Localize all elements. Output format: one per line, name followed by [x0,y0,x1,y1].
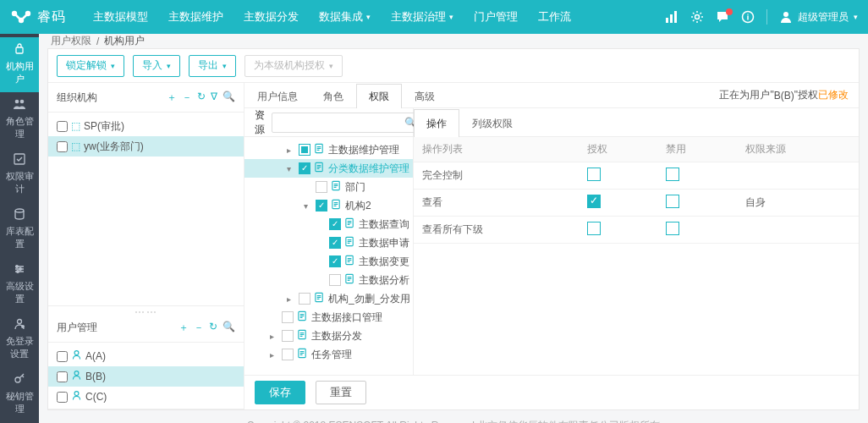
rail-item[interactable]: 高级设置 [0,257,39,312]
top-menu-item[interactable]: 主数据模型 [83,0,158,34]
refresh-icon[interactable]: ↻ [197,91,206,105]
checkbox[interactable] [299,293,310,305]
checkbox[interactable] [57,141,68,152]
deny-checkbox[interactable] [666,168,679,181]
info-icon[interactable] [741,10,755,24]
right-tab[interactable]: 权限 [356,84,402,108]
checkbox[interactable] [282,330,294,342]
rail-item[interactable]: 角色管理 [0,92,39,147]
resource-item[interactable]: 主数据查询 [244,215,413,233]
gear-icon[interactable] [690,10,704,24]
checkbox[interactable] [329,274,341,286]
lock-unlock-button[interactable]: 锁定解锁▾ [57,55,124,77]
resource-item[interactable]: ▸机构_勿删_分发用 [244,289,413,308]
user-item[interactable]: C(C) [48,387,244,407]
export-button[interactable]: 导出▾ [189,55,236,77]
checkbox[interactable] [329,237,341,249]
search-icon[interactable]: 🔍 [222,321,235,335]
org-item[interactable]: ⬚SP(审批) [48,116,244,136]
checkbox[interactable] [329,255,341,267]
top-menu-item[interactable]: 主数据分发 [233,0,309,34]
resource-item[interactable]: ▸任务管理 [244,345,413,364]
refresh-icon[interactable]: ↻ [209,321,217,335]
auth-checkbox[interactable] [587,168,601,181]
rail-item[interactable]: 权限审计 [0,147,39,202]
body: 组织机构 ＋ － ↻ ∇ 🔍 ⬚SP(审批)⬚yw(业务部门) ⋯⋯ 用户管理 [48,83,859,409]
op-tab[interactable]: 操作 [414,109,459,137]
user-item[interactable]: A(A) [48,346,244,366]
chat-icon[interactable] [716,10,729,24]
resource-item[interactable]: 主数据接口管理 [244,308,413,327]
chart-icon[interactable] [665,10,678,24]
rail-item[interactable]: 库表配置 [0,202,39,257]
checkbox[interactable] [57,371,68,382]
caret-icon[interactable]: ▸ [270,350,278,360]
caret-icon[interactable]: ▸ [270,332,278,341]
rail-item[interactable]: 秘钥管理 [0,367,39,422]
deny-checkbox[interactable] [666,222,679,235]
doc-icon [344,236,355,250]
resource-item[interactable]: ▸主数据分发 [244,327,413,345]
checkbox[interactable] [299,162,310,174]
resource-item[interactable]: 部门 [244,178,413,196]
checkbox[interactable] [329,218,341,230]
rail-label: 权限审计 [2,170,37,195]
import-button[interactable]: 导入▾ [133,55,180,77]
top-menu-item[interactable]: 主数据治理▾ [381,0,464,34]
top-menu-item[interactable]: 数据集成▾ [309,0,381,34]
resource-item[interactable]: 主数据变更 [244,252,413,271]
rail-item[interactable]: 机构用户 [0,37,39,92]
user-menu[interactable]: 超级管理员 ▾ [779,10,858,25]
right-tab[interactable]: 用户信息 [244,84,310,108]
logo[interactable]: 睿码 [10,8,66,26]
checkbox[interactable] [57,121,68,132]
right-tab[interactable]: 高级 [402,84,448,108]
doc-icon [297,310,308,324]
rail-item[interactable]: 免登录设置 [0,312,39,367]
top-menu-item[interactable]: 工作流 [528,0,581,34]
resource-search[interactable]: 🔍 [272,113,423,133]
right-tab[interactable]: 角色 [310,84,356,108]
auth-checkbox[interactable] [587,195,601,208]
doc-icon [344,217,355,231]
resource-item[interactable]: 主数据申请 [244,233,413,252]
resource-item[interactable]: ▾机构2 [244,196,413,215]
top-menu-item[interactable]: 门户管理 [464,0,528,34]
deny-checkbox[interactable] [666,195,679,208]
checkbox[interactable] [282,311,294,323]
checkbox[interactable] [57,392,68,403]
split-handle[interactable]: ⋯⋯ [48,306,244,313]
op-tab[interactable]: 列级权限 [459,109,525,137]
caret-icon[interactable]: ▾ [304,201,312,211]
checkbox[interactable] [57,351,68,362]
add-icon[interactable]: ＋ [167,91,177,105]
user-icon [71,370,82,383]
remove-icon[interactable]: － [182,91,192,105]
caret-icon[interactable]: ▸ [287,294,295,304]
checkbox[interactable] [282,349,294,360]
checkbox[interactable] [316,200,327,212]
search-icon[interactable]: 🔍 [222,91,235,105]
org-icon: ⬚ [71,140,80,152]
resource-item[interactable]: 主数据分析 [244,271,413,289]
resource-item[interactable]: ▾分类数据维护管理 [244,159,413,178]
resource-item[interactable]: ▸主数据维护管理 [244,140,413,159]
caret-icon[interactable]: ▸ [287,146,295,155]
filter-icon[interactable]: ∇ [211,91,217,105]
auth-checkbox[interactable] [587,222,601,235]
doc-icon [314,143,325,157]
add-icon[interactable]: ＋ [179,321,189,335]
caret-icon[interactable]: ▾ [287,164,295,173]
checkbox[interactable] [316,181,327,193]
top-menu-item[interactable]: 主数据维护 [158,0,233,34]
user-item[interactable]: B(B) [48,366,244,387]
reset-button[interactable]: 重置 [316,381,366,404]
save-button[interactable]: 保存 [255,381,305,404]
org-item[interactable]: ⬚yw(业务部门) [48,136,244,157]
checkbox[interactable] [299,144,310,156]
search-input[interactable] [277,117,404,129]
rail-icon [13,152,26,168]
remove-icon[interactable]: － [194,321,204,335]
user-icon [71,390,82,404]
breadcrumb-root[interactable]: 用户权限 [51,34,91,48]
